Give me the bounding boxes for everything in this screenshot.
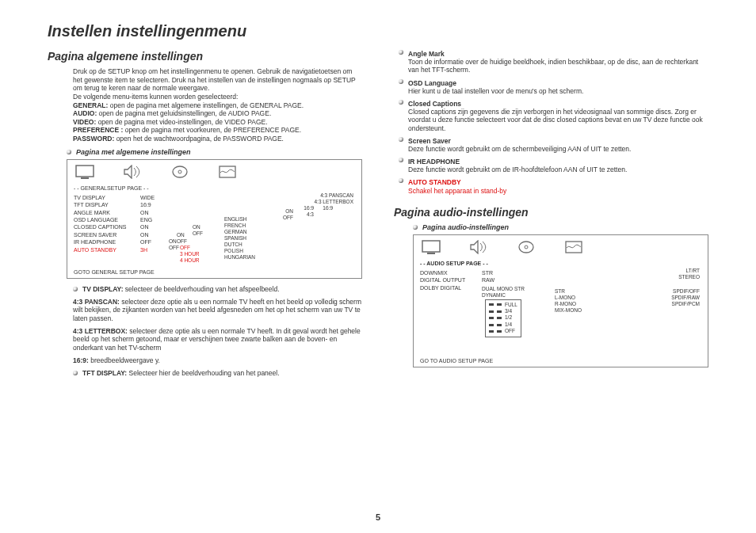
left-column: Pagina algemene instellingen Druk op de … xyxy=(48,50,362,382)
general-panel-subhead: Pagina met algemene instellingen xyxy=(67,148,362,156)
flag-icon xyxy=(564,240,583,254)
audio-settings-grid: DOWNMIX DIGITAL OUTPUT DOLBY DIGITAL STR… xyxy=(414,268,708,355)
item-auto-standby: AUTO STANDBYSchakel het apparaat in stan… xyxy=(399,178,708,194)
row-screen-saver: SCREEN SAVER xyxy=(74,231,136,238)
intro-text-2: De volgende menu-items kunnen worden ges… xyxy=(73,93,362,101)
opt-ss-off: OFF xyxy=(177,238,187,244)
audio-options-area: LT/RT STEREO SPDIF/OFF SPDIF/RAW SPDIF/P… xyxy=(507,269,701,350)
val-downmix: STR xyxy=(482,269,502,276)
general-settings-grid: TV DISPLAY TFT DISPLAY ANGLE MARK OSD LA… xyxy=(67,192,361,259)
row-osd-language: OSD LANGUAGE xyxy=(74,216,136,223)
desc-169-lead: 16:9: xyxy=(73,356,89,364)
val-screen-saver: ON xyxy=(140,231,164,238)
opt-tft-43: 4:3 xyxy=(307,211,314,217)
svg-rect-5 xyxy=(422,241,440,252)
menu-item-general: GENERAL: open de pagina met algemene ins… xyxy=(73,101,362,110)
opt-standby-off: OFF xyxy=(180,245,190,250)
opt-tv-letterbox: 4:3 LETTERBOX xyxy=(315,199,354,204)
left-heading: Pagina algemene instellingen xyxy=(48,50,362,63)
val-tv-display: WIDE xyxy=(140,194,164,201)
tv-icon xyxy=(422,240,441,254)
general-options-area: 4:3 PANSCAN 4:3 LETTERBOX 16:9 16:9 4:3 … xyxy=(169,194,355,254)
desc-tv-display-lead: TV DISPLAY: xyxy=(82,285,123,293)
desc-panscan-lead: 4:3 PANSCAN: xyxy=(73,298,120,306)
val-ir-headphone: OFF xyxy=(140,238,164,246)
opt-tv-panscan: 4:3 PANSCAN xyxy=(320,192,353,198)
menu-item-password: PASSWORD: open het de wachtwoordpagina, … xyxy=(73,135,362,143)
opt-ir-off: OFF xyxy=(169,245,179,250)
audio-page-label: - - AUDIO SETUP PAGE - - xyxy=(414,259,708,268)
opt-lang-french: FRENCH xyxy=(224,223,246,228)
menu-item-video: VIDEO: open de pagina met video-instelli… xyxy=(73,118,362,127)
opt-lang-german: GERMAN xyxy=(224,229,247,234)
speaker-icon xyxy=(123,165,142,179)
opt-lang-dutch: DUTCH xyxy=(224,242,242,247)
two-column-layout: Pagina algemene instellingen Druk op de … xyxy=(48,50,708,382)
bullet-icon xyxy=(73,287,78,291)
opt-ir-on: ON xyxy=(169,238,177,244)
row-tft-display: TFT DISPLAY xyxy=(74,201,136,208)
bullet-icon xyxy=(399,178,403,183)
page-title: Instellen instellingenmenu xyxy=(48,22,708,40)
item-closed-captions: Closed CaptionsClosed captions zijn gege… xyxy=(399,100,708,132)
row-digital-output: DIGITAL OUTPUT xyxy=(420,276,477,284)
bullet-icon xyxy=(399,50,403,55)
svg-point-2 xyxy=(173,166,187,177)
bullet-icon xyxy=(399,158,403,162)
opt-dd-str: STR xyxy=(555,288,565,294)
bullet-icon xyxy=(73,371,78,375)
val-digital-output: RAW xyxy=(482,276,502,284)
bullet-icon xyxy=(413,225,418,230)
audio-panel-subhead: Pagina audio-instellingen xyxy=(413,223,708,231)
opt-standby-3h: 3 HOUR xyxy=(180,251,200,257)
bullet-icon xyxy=(399,100,403,105)
opt-tft-169: 16:9 xyxy=(304,205,314,211)
opt-dd-rmono: R-MONO xyxy=(555,301,576,306)
item-screen-saver: Screen SaverDeze functie wordt gebruikt … xyxy=(399,137,708,153)
row-tv-display: TV DISPLAY xyxy=(74,194,136,201)
row-closed-captions: CLOSED CAPTIONS xyxy=(74,223,136,230)
opt-do-raw: SPDIF/RAW xyxy=(671,295,700,300)
val-osd-language: ENG xyxy=(140,216,164,223)
menu-item-preference: PREFERENCE : open de pagina met voorkeur… xyxy=(73,126,362,135)
row-downmix: DOWNMIX xyxy=(420,269,477,276)
audio-setup-panel: - - AUDIO SETUP PAGE - - DOWNMIX DIGITAL… xyxy=(413,234,708,367)
opt-dd-lmono: L-MONO xyxy=(555,295,575,300)
bullet-icon xyxy=(67,150,71,154)
opt-ss-on: ON xyxy=(177,232,185,238)
opt-cc-off: OFF xyxy=(193,230,203,236)
opt-angle-on: ON xyxy=(285,208,293,214)
val-angle-mark: ON xyxy=(140,209,164,216)
svg-rect-0 xyxy=(76,166,94,177)
bullet-icon xyxy=(399,137,403,142)
right-column: Angle MarkToon de informatie over de hui… xyxy=(394,50,708,382)
row-angle-mark: ANGLE MARK xyxy=(74,209,136,216)
opt-do-off: SPDIF/OFF xyxy=(673,288,700,294)
general-setup-panel: - - GENERALSETUP PAGE - - TV DISPLAY TFT… xyxy=(67,159,362,280)
opt-dm-stereo: STEREO xyxy=(678,274,700,280)
right-heading-audio: Pagina audio-instellingen xyxy=(394,206,708,219)
item-ir-headphone: IR HEADPHONEDeze functie wordt gebruikt … xyxy=(399,158,708,173)
general-page-label: - - GENERALSETUP PAGE - - xyxy=(67,184,361,192)
opt-tv-169: 16:9 xyxy=(323,205,333,211)
menu-item-audio: AUDIO: open de pagina met geluidsinstell… xyxy=(73,109,362,118)
val-tft-display: 16:9 xyxy=(140,201,164,208)
bullet-icon xyxy=(399,79,403,84)
desc-letterbox-lead: 4:3 LETTERBOX: xyxy=(73,327,128,335)
opt-dm-ltrt: LT/RT xyxy=(686,268,700,273)
desc-tft-lead: TFT DISPLAY: xyxy=(82,369,127,377)
opt-angle-off: OFF xyxy=(283,215,293,220)
svg-rect-6 xyxy=(427,253,435,254)
opt-lang-polish: POLISH xyxy=(224,248,243,253)
description-block: TV DISPLAY: selecteer de beeldverhouding… xyxy=(48,285,362,378)
disc-icon xyxy=(170,165,189,179)
val-closed-captions: ON xyxy=(140,223,164,230)
panel-icon-row xyxy=(414,235,708,259)
item-angle-mark: Angle MarkToon de informatie over de hui… xyxy=(399,50,708,74)
speaker-icon xyxy=(469,240,488,254)
svg-point-7 xyxy=(519,242,533,253)
dd-sub-dualmono: DUAL MONO STR xyxy=(482,286,502,292)
opt-lang-spanish: SPANISH xyxy=(224,235,246,241)
row-dolby-digital: DOLBY DIGITAL xyxy=(420,284,477,291)
general-footer: GOTO GENERAL SETUP PAGE xyxy=(67,258,361,278)
